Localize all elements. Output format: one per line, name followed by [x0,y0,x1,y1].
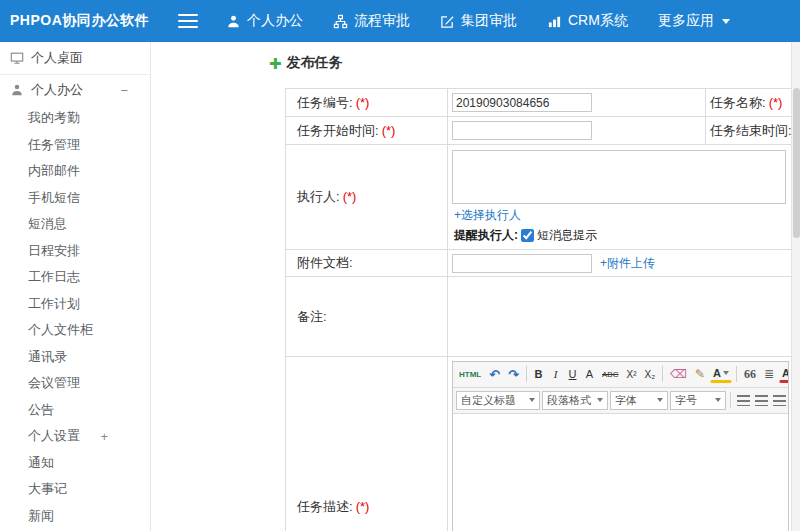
remind-label: 提醒执行人: [454,227,518,244]
align-right-icon [773,395,786,406]
executor-label: 执行人: [297,189,340,204]
attachment-input[interactable] [452,254,592,273]
sidebar-item-work-plan[interactable]: 工作计划 [0,291,150,318]
executor-textarea[interactable] [452,150,786,204]
table-row: 任务开始时间:(*) 任务结束时间:(*) [286,117,800,145]
sidebar-item-sms[interactable]: 手机短信 [0,185,150,212]
editor-toolbar-row1: HTML ↶ ↷ B I U A ABC X² X₂ ⌫ [453,362,788,388]
subscript-button[interactable]: X₂ [641,364,658,384]
vertical-scrollbar[interactable] [791,42,800,531]
sidebar-item-schedule[interactable]: 日程安排 [0,238,150,265]
expand-icon[interactable]: + [100,429,108,444]
task-name-label: 任务名称: [710,95,766,110]
sidebar-item-personal-settings[interactable]: 个人设置 + [0,423,150,450]
paragraph-format-select[interactable]: 段落格式 [542,391,608,410]
redo-button[interactable]: ↷ [505,364,522,384]
sidebar-item-news[interactable]: 新闻 [0,503,150,530]
app-logo: PHPOA协同办公软件 [0,12,178,30]
highlight-color-button[interactable]: A [710,366,732,383]
sidebar-item-work-log[interactable]: 工作日志 [0,264,150,291]
bold-button[interactable]: B [531,364,546,384]
choose-executor-link[interactable]: +选择执行人 [454,208,521,222]
italic-button[interactable]: I [548,364,563,384]
attachment-label: 附件文档: [297,255,353,270]
nav-label: 更多应用 [658,12,714,30]
table-row: 执行人:(*) +选择执行人 提醒执行人: 短消息提示 [286,145,800,250]
font-style-button[interactable]: A [582,364,597,384]
required-mark: (*) [356,499,370,514]
required-mark: (*) [343,189,357,204]
app-window: PHPOA协同办公软件 个人办公 流程审批 集团审批 [0,0,800,531]
caret-down-icon [715,398,721,402]
align-left-icon [737,395,750,406]
required-mark: (*) [382,123,396,138]
task-number-label: 任务编号: [297,95,353,110]
format-painter-button[interactable]: ✎ [692,364,708,384]
table-row: 任务编号:(*) 任务名称:(*) [286,89,800,117]
user-icon [226,14,241,29]
nav-label: 流程审批 [354,12,410,30]
font-color-button[interactable]: A [779,366,788,383]
caret-down-icon [529,398,535,402]
list-button[interactable]: ≣ [761,364,777,384]
nav-item-crm-system[interactable]: CRM系统 [547,12,628,30]
nav-label: 集团审批 [461,12,517,30]
sidebar-item-events[interactable]: 大事记 [0,476,150,503]
blockquote-button[interactable]: 66 [741,364,759,384]
sms-remind-label: 短消息提示 [537,227,597,244]
table-row: 任务描述:(*) HTML ↶ ↷ B I U A ABC [286,357,800,531]
sidebar-item-attendance[interactable]: 我的考勤 [0,105,150,132]
start-time-input[interactable] [452,121,592,140]
remark-label: 备注: [297,309,327,324]
sidebar-item-meeting[interactable]: 会议管理 [0,370,150,397]
remind-row: 提醒执行人: 短消息提示 [454,227,800,244]
custom-title-select[interactable]: 自定义标题 [456,391,540,410]
align-center-icon [755,395,768,406]
eraser-button[interactable]: ⌫ [667,364,690,384]
sidebar-item-desktop[interactable]: 个人桌面 [0,42,150,75]
align-center-button[interactable] [753,391,769,409]
sms-remind-checkbox[interactable] [521,229,534,242]
sidebar-item-contacts[interactable]: 通讯录 [0,344,150,371]
nav-item-workflow-approval[interactable]: 流程审批 [333,12,410,30]
main-content: 发布任务 任务编号:(*) 任务名称:(*) 任务开始时间:(*) 任务结束时间… [151,42,800,531]
undo-button[interactable]: ↶ [486,364,503,384]
nav-item-group-approval[interactable]: 集团审批 [440,12,517,30]
caret-down-icon [723,371,729,375]
align-right-button[interactable] [771,391,787,409]
scrollbar-thumb[interactable] [793,88,800,238]
editor-content-area[interactable] [453,414,788,531]
page-title: 发布任务 [287,54,343,72]
sidebar-item-file-cabinet[interactable]: 个人文件柜 [0,317,150,344]
desktop-icon [10,51,24,65]
collapse-icon[interactable]: − [120,83,128,98]
sidebar-item-short-message[interactable]: 短消息 [0,211,150,238]
nav-item-more-apps[interactable]: 更多应用 [658,12,730,30]
font-family-select[interactable]: 字体 [610,391,668,410]
remark-textarea[interactable] [452,279,782,351]
underline-button[interactable]: U [565,364,580,384]
superscript-button[interactable]: X² [623,364,639,384]
sidebar: 个人桌面 个人办公 − 我的考勤 任务管理 内部邮件 手机短信 短消息 日程安排… [0,42,151,531]
hamburger-menu-icon[interactable] [178,14,198,28]
publish-task-form: 任务编号:(*) 任务名称:(*) 任务开始时间:(*) 任务结束时间:(*) … [285,88,800,531]
nav-label: CRM系统 [568,12,628,30]
required-mark: (*) [769,95,783,110]
strikethrough-button[interactable]: ABC [599,364,621,384]
sidebar-item-announcement[interactable]: 公告 [0,397,150,424]
align-left-button[interactable] [735,391,751,409]
attachment-upload-link[interactable]: +附件上传 [600,255,655,272]
font-size-select[interactable]: 字号 [670,391,726,410]
caret-down-icon [657,398,663,402]
html-source-button[interactable]: HTML [456,364,484,384]
end-time-label: 任务结束时间: [710,123,792,138]
top-header: PHPOA协同办公软件 个人办公 流程审批 集团审批 [0,0,800,42]
sidebar-group-personal-office[interactable]: 个人办公 − [0,75,150,105]
sidebar-item-notice[interactable]: 通知 [0,450,150,477]
description-label: 任务描述: [297,499,353,514]
nav-item-personal-office[interactable]: 个人办公 [226,12,303,30]
sidebar-item-task-management[interactable]: 任务管理 [0,132,150,159]
flow-icon [333,14,348,29]
task-number-input[interactable] [452,93,592,112]
sidebar-item-internal-mail[interactable]: 内部邮件 [0,158,150,185]
